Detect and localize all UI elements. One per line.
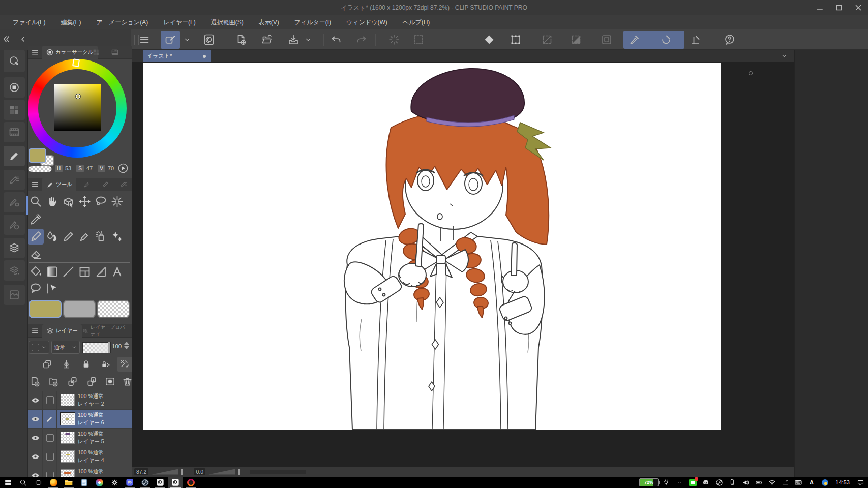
mapping-pen-tool[interactable] bbox=[78, 230, 92, 243]
tray-expand[interactable] bbox=[674, 477, 685, 488]
fill-tool[interactable] bbox=[29, 265, 43, 279]
tab-list-chevron-icon[interactable] bbox=[780, 52, 788, 60]
airbrush-tool[interactable] bbox=[94, 230, 108, 243]
clipping-icon[interactable] bbox=[42, 359, 52, 370]
canvas-page[interactable] bbox=[143, 63, 721, 430]
close-button[interactable] bbox=[849, 0, 868, 15]
selection-border-button[interactable] bbox=[597, 30, 616, 49]
menu-edit[interactable]: 編集(E) bbox=[53, 15, 88, 29]
battery-widget[interactable]: 72% bbox=[639, 478, 659, 486]
action-center-button[interactable] bbox=[855, 477, 866, 488]
eyedropper-tool[interactable] bbox=[29, 212, 43, 226]
visibility-eye-icon[interactable] bbox=[31, 471, 40, 477]
tab-intermediate-color[interactable] bbox=[107, 46, 123, 59]
visibility-eye-icon[interactable] bbox=[31, 452, 40, 462]
save-button[interactable] bbox=[284, 30, 303, 49]
gradient-tool[interactable] bbox=[45, 265, 59, 279]
taskbar-settings[interactable] bbox=[107, 477, 122, 488]
pencil-tool[interactable] bbox=[62, 230, 75, 243]
sidebar-tool[interactable] bbox=[4, 146, 25, 166]
taskbar-paint-app[interactable] bbox=[92, 477, 107, 488]
redo-button[interactable] bbox=[352, 30, 371, 49]
zoom-tool[interactable] bbox=[29, 195, 43, 208]
tab-tool-set-2[interactable] bbox=[79, 178, 95, 191]
layer-name[interactable]: レイヤー 2 bbox=[78, 401, 104, 408]
layer-checkbox[interactable] bbox=[46, 396, 54, 404]
merge-down-icon[interactable] bbox=[86, 376, 98, 387]
tray-network[interactable] bbox=[766, 477, 777, 488]
tab-layer[interactable]: レイヤー bbox=[42, 324, 82, 338]
collapse-dock-icon[interactable] bbox=[3, 36, 10, 43]
maximize-button[interactable] bbox=[829, 0, 849, 15]
menu-animation[interactable]: アニメーション(A) bbox=[88, 15, 156, 29]
object-select-tool[interactable] bbox=[45, 282, 59, 295]
main-color-swatch[interactable] bbox=[29, 148, 46, 163]
layer-name[interactable]: レイヤー 6 bbox=[78, 419, 104, 426]
blend-tool[interactable] bbox=[45, 230, 59, 243]
opacity-slider[interactable] bbox=[82, 342, 111, 353]
rotation-slider[interactable] bbox=[208, 469, 235, 475]
layer-name[interactable]: レイヤー 5 bbox=[78, 438, 104, 445]
main-color-large-swatch[interactable] bbox=[29, 300, 62, 318]
layer-name[interactable]: レイヤー 4 bbox=[78, 457, 104, 464]
layer-checkbox[interactable] bbox=[46, 453, 54, 461]
draft-layer-toggle[interactable] bbox=[117, 357, 133, 372]
layer-checkbox[interactable] bbox=[46, 434, 54, 442]
navigation-strip[interactable] bbox=[250, 470, 306, 474]
hue-marker[interactable] bbox=[72, 58, 80, 67]
color-wheel[interactable] bbox=[28, 59, 127, 158]
saturation-value[interactable]: 47 bbox=[86, 165, 93, 171]
transform-button[interactable] bbox=[506, 30, 525, 49]
frame-border-tool[interactable] bbox=[78, 265, 92, 279]
new-folder-icon[interactable] bbox=[47, 376, 59, 387]
sidebar-material[interactable] bbox=[4, 285, 25, 305]
taskbar-discord[interactable] bbox=[122, 477, 137, 488]
taskbar-firefox[interactable] bbox=[46, 477, 61, 488]
layer-thumbnail[interactable] bbox=[61, 432, 75, 444]
sub-color-large-swatch[interactable] bbox=[63, 300, 96, 318]
taskbar-media-app[interactable] bbox=[183, 477, 198, 488]
tab-layer-property[interactable]: レイヤープロパティ bbox=[78, 324, 132, 338]
sidebar-sub-tool[interactable] bbox=[4, 170, 25, 190]
sidebar-color-circle[interactable] bbox=[4, 77, 25, 98]
taskbar-notepad[interactable] bbox=[76, 477, 92, 488]
zoom-value[interactable]: 87.2 bbox=[134, 468, 148, 475]
stepper-down-icon[interactable] bbox=[124, 346, 129, 349]
tool-dropdown-button[interactable] bbox=[181, 30, 193, 49]
sidebar-intermediate-color[interactable] bbox=[4, 122, 25, 142]
fill-button[interactable] bbox=[480, 30, 499, 49]
sidebar-quick-access[interactable] bbox=[4, 50, 25, 72]
layer-checkbox[interactable] bbox=[46, 472, 54, 477]
menu-layer[interactable]: レイヤー(L) bbox=[156, 15, 203, 29]
taskbar-clip-studio-paint-active[interactable] bbox=[168, 477, 183, 488]
task-view-button[interactable] bbox=[31, 477, 46, 488]
menu-filter[interactable]: フィルター(I) bbox=[287, 15, 339, 29]
stepper-up-icon[interactable] bbox=[124, 342, 129, 345]
tray-volume[interactable] bbox=[740, 477, 751, 488]
layer-row[interactable]: 100 %通常 レイヤー 4 bbox=[28, 447, 132, 466]
sidebar-tool-property[interactable] bbox=[4, 192, 25, 212]
lock-layer-icon[interactable] bbox=[81, 359, 92, 370]
ruler-tool[interactable] bbox=[94, 265, 108, 279]
layer-row[interactable]: 100 %通常 bbox=[28, 466, 132, 477]
save-dropdown-button[interactable] bbox=[302, 30, 314, 49]
blend-mode-dropdown[interactable]: 通常 bbox=[51, 341, 80, 354]
menu-file[interactable]: ファイル(F) bbox=[5, 15, 53, 29]
tray-power[interactable] bbox=[661, 477, 672, 488]
tray-ime-mode[interactable]: A bbox=[806, 477, 817, 488]
tray-device[interactable] bbox=[727, 477, 738, 488]
tray-steam[interactable] bbox=[713, 477, 725, 488]
tab-modified-dot-icon[interactable] bbox=[203, 55, 206, 58]
hue-value[interactable]: 53 bbox=[65, 165, 71, 171]
tray-pen[interactable] bbox=[780, 477, 791, 488]
text-tool[interactable] bbox=[110, 265, 124, 279]
palette-color-dropdown[interactable] bbox=[29, 341, 49, 354]
tray-discord[interactable] bbox=[700, 477, 711, 488]
visibility-eye-icon[interactable] bbox=[31, 433, 40, 443]
open-file-button[interactable] bbox=[257, 30, 277, 49]
select-marquee-button[interactable] bbox=[409, 30, 428, 49]
decoration-tool[interactable] bbox=[110, 230, 124, 243]
transfer-down-icon[interactable] bbox=[67, 376, 78, 387]
layer-row[interactable]: 100 %通常 レイヤー 2 bbox=[28, 391, 132, 410]
opacity-value[interactable]: 100 bbox=[112, 343, 122, 349]
